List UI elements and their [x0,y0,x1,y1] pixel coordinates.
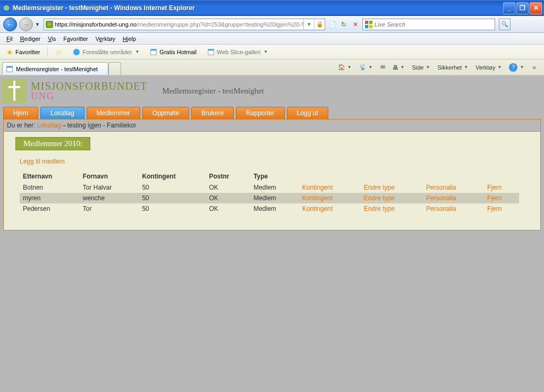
cell-postnr: OK [206,182,250,193]
link-personalia[interactable]: Personalia [426,205,456,212]
table-row: BotnenTor Halvar50OKMedlemKontingentEndr… [20,182,519,193]
navtab-loggut[interactable]: Logg ut [287,107,328,119]
mail-button[interactable]: ✉ [379,63,387,72]
help-button[interactable]: ?▼ [507,62,525,73]
print-button[interactable]: 🖶▼ [391,63,406,72]
page-menu-label: Side [412,64,423,71]
th-fornavn: Fornavn [80,171,139,182]
link-kontingent[interactable]: Kontingent [302,194,333,202]
hotmail-link[interactable]: Gratis Hotmail [147,47,200,57]
cell-kontingent: 50 [139,203,206,214]
th-postnr: Postnr [206,171,250,182]
cell-kontingent: 50 [139,182,206,193]
compat-view-icon[interactable]: 📄 [327,20,337,29]
refresh-button[interactable]: ↻ [339,20,348,29]
navtab-oppmote[interactable]: Oppmøte [142,107,189,119]
link-personalia[interactable]: Personalia [426,194,456,202]
suggested-sites-link[interactable]: Foreslåtte områder▼ [70,47,142,57]
menu-view[interactable]: Vis [45,35,59,43]
safety-menu[interactable]: Sikkerhet▼ [436,63,470,72]
menu-file[interactable]: Fil [3,35,16,43]
svg-rect-9 [208,49,214,50]
tools-menu-label: Verktøy [475,64,495,71]
suggested-sites-label: Foreslåtte områder [82,49,132,55]
favorites-bar: ★Favoritter ☆ Foreslåtte områder▼ Gratis… [0,45,544,59]
navtab-rapporter[interactable]: Rapporter [236,107,284,119]
table-row: PedersenTor50OKMedlemKontingentEndre typ… [20,203,519,214]
svg-rect-2 [369,21,372,24]
webslice-link[interactable]: Web Slice-galleri▼ [204,47,271,57]
search-go-button[interactable]: 🔍 [499,19,511,30]
page-title: Medlemsregister - testMenighet [162,87,264,96]
tools-menu[interactable]: Verktøy▼ [474,63,503,72]
th-etternavn: Etternavn [20,171,80,182]
search-bar[interactable] [362,19,495,30]
address-dropdown[interactable]: ▾ [303,19,314,30]
address-input[interactable] [137,21,303,28]
browser-tab[interactable]: Medlemsregister - testMenighet [2,62,108,75]
page-icon [6,65,13,73]
new-tab-button[interactable] [108,62,121,75]
minimize-button[interactable]: _ [503,2,515,14]
link-endre-type[interactable]: Endre type [364,194,395,202]
link-kontingent[interactable]: Kontingent [302,205,333,212]
menu-bar: Fil Rediger Vis Favoritter Verktøy Hjelp [0,33,544,45]
navtab-brukere[interactable]: Brukere [191,107,234,119]
link-personalia[interactable]: Personalia [426,184,456,191]
navtab-lokallag[interactable]: Lokallag [40,107,84,119]
favorites-button[interactable]: ★Favoritter [3,47,43,57]
print-icon: 🖶 [393,64,398,71]
logo-icon [2,79,27,103]
search-input[interactable] [375,21,495,28]
th-kontingent: Kontingent [139,171,206,182]
page-viewport: MISJONSFORBUNDET UNG Medlemsregister - t… [0,75,544,392]
cell-type: Medlem [250,193,299,203]
add-member-link[interactable]: Legg til medlem [20,158,540,165]
link-kontingent[interactable]: Kontingent [302,184,333,191]
breadcrumb-tail: →testing igjen - Familiekor [61,122,136,129]
ie-icon [2,4,11,12]
window-titlebar: Medlemsregister - testMenighet - Windows… [0,0,544,16]
cell-type: Medlem [250,182,299,193]
cell-etternavn: Pedersen [20,203,80,214]
link-endre-type[interactable]: Endre type [364,205,395,212]
nav-history-dropdown[interactable]: ▼ [35,22,41,27]
close-button[interactable]: ✕ [530,2,542,14]
logo-line1: MISJONSFORBUNDET [31,81,147,91]
link-fjern[interactable]: Fjern [487,194,502,202]
page-menu[interactable]: Side▼ [410,63,431,72]
forward-button[interactable]: → [19,18,33,31]
logo-line2: UNG [31,91,147,101]
menu-edit[interactable]: Rediger [17,35,44,43]
cell-type: Medlem [250,203,299,214]
logo-text: MISJONSFORBUNDET UNG [31,81,147,101]
breadcrumb-prefix: Du er her: [7,122,37,129]
cell-fornavn: Tor [80,203,139,214]
address-bar[interactable]: 🔒 https://misjonsforbundet-ung.no ▾ 🔒 [44,19,325,30]
navtab-medlemmer[interactable]: Medlemmer [87,107,140,119]
cell-etternavn: myren [20,193,80,203]
breadcrumb-link[interactable]: Lokallag [37,122,61,129]
feeds-button[interactable]: 📡▼ [358,63,375,72]
link-endre-type[interactable]: Endre type [364,184,395,191]
window-title: Medlemsregister - testMenighet - Windows… [13,4,503,12]
restore-button[interactable]: ❐ [516,2,529,14]
cell-kontingent: 50 [139,193,206,203]
webslice-label: Web Slice-galleri [217,49,260,55]
svg-rect-1 [365,21,368,24]
lock-icon: 🔒 [46,21,53,28]
stop-button[interactable]: ✕ [351,20,360,29]
menu-tools[interactable]: Verktøy [92,35,118,43]
expand-button[interactable]: » [530,63,538,72]
link-fjern[interactable]: Fjern [487,184,502,191]
home-button[interactable]: 🏠▼ [336,63,353,72]
favorites-label: Favoritter [15,49,40,55]
add-favorite-button[interactable]: ☆ [52,47,65,57]
help-icon: ? [509,63,517,72]
ssl-padlock-icon[interactable]: 🔒 [314,19,325,30]
menu-favorites[interactable]: Favoritter [60,35,91,43]
back-button[interactable]: ← [3,18,17,31]
menu-help[interactable]: Hjelp [120,35,139,43]
link-fjern[interactable]: Fjern [487,205,502,212]
navtab-hjem[interactable]: Hjem [3,107,38,119]
